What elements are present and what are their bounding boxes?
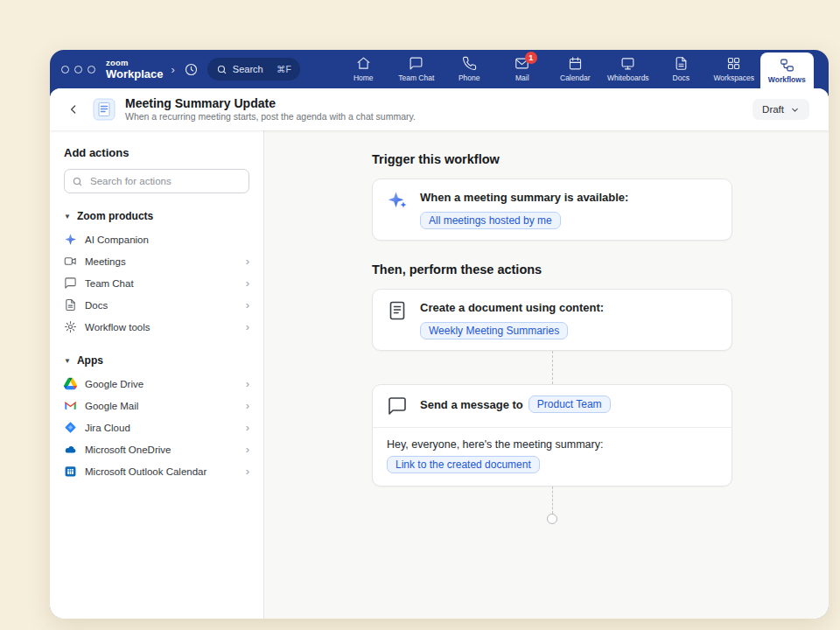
sidebar-item-google-drive[interactable]: Google Drive › [64, 373, 249, 395]
nav-item-docs[interactable]: Docs [654, 50, 708, 88]
sidebar-item-ai-companion[interactable]: AI Companion [64, 228, 249, 250]
nav-item-mail[interactable]: Mail 1 [496, 50, 550, 88]
sidebar-item-microsoft-outlook-calendar[interactable]: Microsoft Outlook Calendar › [64, 460, 249, 482]
chevron-right-icon: › [246, 299, 249, 311]
connector-line [552, 351, 553, 384]
document-icon [387, 300, 408, 321]
caret-down-icon: ▼ [64, 357, 71, 365]
nav-left-cluster: zoom Workplace › Search ⌘F [50, 50, 337, 88]
message-body-text: Hey, everyone, here's the meeting summar… [387, 438, 718, 451]
sidebar-item-meetings[interactable]: Meetings › [64, 250, 249, 272]
whiteboards-icon [620, 56, 635, 71]
title-block: Meeting Summary Update When a recurring … [125, 97, 416, 122]
actions-sidebar: Add actions ▼ Zoom products AI Companion [50, 130, 264, 619]
connector-line [552, 486, 553, 514]
nav-item-more[interactable]: More [814, 50, 830, 88]
nav-item-workflows[interactable]: Workflows [760, 52, 814, 88]
sidebar-item-team-chat[interactable]: Team Chat › [64, 272, 249, 294]
section-apps: ▼ Apps Google Drive › Google Mail › [64, 354, 249, 482]
sidebar-item-workflow-tools[interactable]: Workflow tools › [64, 316, 249, 338]
actions-heading: Then, perform these actions [372, 262, 732, 276]
chevron-right-icon: › [246, 256, 249, 267]
section-header-zoom-products[interactable]: ▼ Zoom products [64, 210, 249, 222]
app-window: zoom Workplace › Search ⌘F Home [50, 50, 829, 619]
ai-sparkle-icon [387, 190, 408, 211]
nav-item-whiteboards[interactable]: Whiteboards [602, 50, 655, 88]
phone-icon [462, 56, 477, 71]
home-icon [356, 56, 371, 71]
search-input[interactable] [88, 175, 242, 187]
window-controls[interactable] [61, 66, 95, 74]
nav-item-phone[interactable]: Phone [443, 50, 496, 88]
chevron-right-icon: › [246, 444, 249, 455]
gear-icon [64, 320, 77, 333]
send-message-text: Send a message to [420, 398, 523, 411]
workflow-canvas: Trigger this workflow When a meeting sum… [264, 130, 829, 619]
page-subtitle: When a recurring meeting starts, post th… [125, 112, 416, 122]
team-chat-icon [64, 276, 77, 290]
search-icon [216, 64, 228, 75]
workflow-thumbnail-icon [93, 98, 116, 121]
zoom-workplace-logo: zoom Workplace [106, 59, 164, 80]
document-link-tag[interactable]: Link to the created document [387, 456, 540, 473]
window-control-dot[interactable] [61, 66, 69, 74]
content-area: Meeting Summary Update When a recurring … [50, 88, 829, 619]
window-control-dot[interactable] [88, 66, 95, 74]
chevron-right-icon[interactable]: › [171, 63, 176, 76]
team-chat-icon [409, 56, 424, 71]
meetings-icon [64, 255, 77, 268]
trigger-heading: Trigger this workflow [372, 152, 732, 166]
global-search[interactable]: Search ⌘F [207, 58, 300, 80]
chevron-right-icon: › [246, 422, 249, 433]
sidebar-title: Add actions [64, 146, 249, 159]
recipient-tag[interactable]: Product Team [528, 396, 611, 413]
chevron-right-icon: › [246, 466, 249, 477]
nav-item-home[interactable]: Home [337, 50, 390, 88]
history-icon[interactable] [183, 60, 200, 78]
trigger-scope-tag[interactable]: All meetings hosted by me [420, 212, 561, 229]
flow-end-node [547, 514, 557, 524]
back-button[interactable] [64, 100, 83, 119]
docs-icon [64, 298, 77, 312]
caret-down-icon: ▼ [64, 213, 71, 220]
nav-item-calendar[interactable]: Calendar [549, 50, 602, 88]
status-dropdown[interactable]: Draft [752, 99, 809, 120]
search-shortcut: ⌘F [276, 64, 291, 74]
sidebar-item-docs[interactable]: Docs › [64, 294, 249, 316]
chevron-right-icon: › [246, 400, 249, 411]
workspaces-icon [726, 56, 741, 71]
nav-item-team-chat[interactable]: Team Chat [390, 50, 444, 88]
nav-item-workspaces[interactable]: Workspaces [708, 50, 761, 88]
workflows-icon [780, 58, 794, 73]
chevron-right-icon: › [246, 277, 249, 289]
sidebar-item-microsoft-onedrive[interactable]: Microsoft OneDrive › [64, 438, 249, 460]
create-document-card[interactable]: Create a document using content: Weekly … [372, 289, 732, 351]
outlook-calendar-icon [64, 465, 77, 478]
send-message-card[interactable]: Send a message toProduct Team Hey, every… [372, 384, 732, 486]
actions-search[interactable] [64, 169, 249, 193]
section-zoom-products: ▼ Zoom products AI Companion Meetings › [64, 210, 249, 338]
mail-unread-badge: 1 [525, 52, 537, 64]
page-title: Meeting Summary Update [125, 97, 416, 109]
top-navigation: zoom Workplace › Search ⌘F Home [50, 50, 829, 88]
document-content-tag[interactable]: Weekly Meeting Summaries [420, 322, 568, 340]
window-control-dot[interactable] [74, 66, 82, 74]
trigger-card[interactable]: When a meeting summary is available: All… [372, 178, 732, 241]
create-document-text: Create a document using content: [420, 300, 604, 317]
search-icon [72, 176, 83, 187]
ai-companion-icon [64, 233, 77, 246]
chat-bubble-icon [387, 396, 408, 416]
nav-tabs: Home Team Chat Phone Mail 1 Calendar [337, 50, 829, 88]
section-header-apps[interactable]: ▼ Apps [64, 354, 249, 367]
jira-icon [64, 421, 77, 434]
search-label: Search [233, 64, 263, 74]
docs-icon [674, 56, 689, 71]
sidebar-item-google-mail[interactable]: Google Mail › [64, 395, 249, 416]
chevron-right-icon: › [246, 378, 249, 389]
sidebar-item-jira-cloud[interactable]: Jira Cloud › [64, 416, 249, 438]
workflow-header: Meeting Summary Update When a recurring … [50, 88, 829, 130]
chevron-down-icon [790, 105, 800, 115]
google-mail-icon [64, 399, 77, 412]
calendar-icon [568, 56, 583, 71]
google-drive-icon [64, 377, 77, 390]
